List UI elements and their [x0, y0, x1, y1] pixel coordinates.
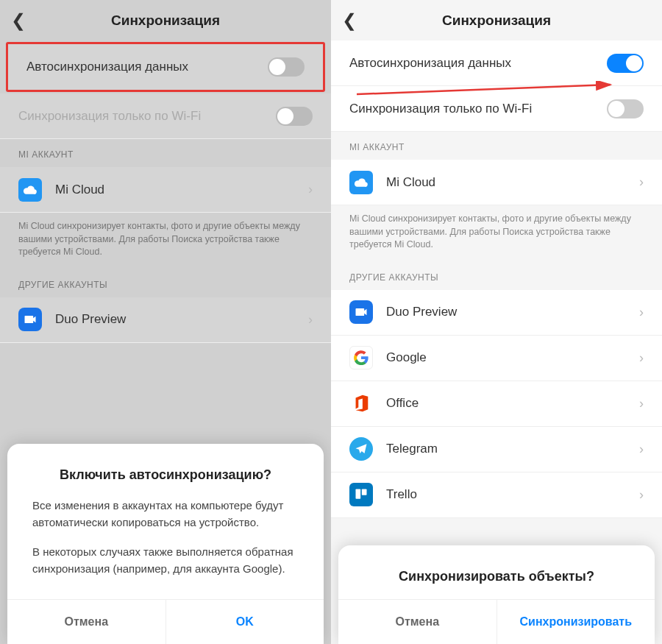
chevron-right-icon: › [639, 396, 644, 411]
setting-autosync-label: Автосинхронизация данных [26, 60, 268, 74]
account-micloud[interactable]: Mi Cloud › [0, 167, 331, 213]
chevron-right-icon: › [639, 442, 644, 457]
micloud-description: Mi Cloud синхронизирует контакты, фото и… [0, 213, 331, 269]
dialog-buttons: Отмена OK [7, 599, 324, 644]
phone-right: ❮ Синхронизация Автосинхронизация данных… [331, 0, 662, 644]
dialog-p1: Все изменения в аккаунтах на компьютере … [32, 498, 299, 531]
setting-wifi-only[interactable]: Синхронизация только по Wi-Fi [0, 93, 331, 139]
chevron-right-icon: › [308, 182, 313, 197]
setting-autosync-label: Автосинхронизация данных [349, 56, 607, 71]
dialog-buttons: Отмена Синхронизировать [338, 599, 655, 644]
page-title: Синхронизация [364, 13, 629, 29]
toggle-autosync-on[interactable] [607, 54, 644, 73]
back-icon[interactable]: ❮ [11, 10, 33, 31]
toggle-autosync-off[interactable] [268, 57, 305, 77]
svg-rect-1 [356, 489, 361, 499]
dialog-sync-objects: Синхронизировать объекты? Отмена Синхрон… [338, 545, 655, 644]
dialog-body: Все изменения в аккаунтах на компьютере … [7, 498, 324, 599]
header: ❮ Синхронизация [0, 0, 331, 40]
account-trello-label: Trello [386, 487, 639, 502]
chevron-right-icon: › [639, 487, 644, 503]
account-google[interactable]: Google › [331, 336, 662, 381]
dialog-title: Включить автосинхронизацию? [7, 444, 324, 498]
highlight-autosync: Автосинхронизация данных [6, 42, 325, 92]
section-mi-account: MI АККАУНТ [331, 132, 662, 160]
chevron-right-icon: › [639, 350, 644, 366]
section-other-accounts: ДРУГИЕ АККАУНТЫ [331, 262, 662, 290]
account-micloud-label: Mi Cloud [55, 183, 308, 197]
telegram-icon [349, 437, 373, 461]
svg-rect-2 [362, 489, 367, 495]
account-duo[interactable]: Duo Preview › [331, 290, 662, 336]
page-title: Синхронизация [33, 13, 298, 29]
setting-autosync[interactable]: Автосинхронизация данных [331, 40, 662, 86]
sync-button[interactable]: Синхронизировать [497, 600, 655, 644]
setting-wifi-label: Синхронизация только по Wi-Fi [349, 102, 607, 116]
cloud-icon [18, 178, 42, 202]
account-trello[interactable]: Trello › [331, 473, 662, 518]
cancel-button[interactable]: Отмена [7, 600, 166, 644]
cloud-icon [349, 171, 373, 194]
account-office-label: Office [386, 396, 639, 411]
dialog-autosync: Включить автосинхронизацию? Все изменени… [7, 444, 324, 644]
account-telegram-label: Telegram [386, 442, 639, 456]
setting-wifi-label: Синхронизация только по Wi-Fi [18, 109, 276, 124]
account-office[interactable]: Office › [331, 381, 662, 427]
duo-icon [349, 300, 373, 324]
dialog-title: Синхронизировать объекты? [338, 545, 655, 599]
chevron-right-icon: › [308, 312, 313, 328]
account-duo-label: Duo Preview [55, 312, 308, 327]
cancel-button[interactable]: Отмена [338, 600, 497, 644]
account-duo-label: Duo Preview [386, 305, 639, 319]
section-other-accounts: ДРУГИЕ АККАУНТЫ [0, 269, 331, 297]
account-telegram[interactable]: Telegram › [331, 427, 662, 473]
header: ❮ Синхронизация [331, 0, 662, 40]
duo-icon [18, 308, 42, 331]
toggle-wifi-off[interactable] [607, 99, 644, 118]
account-google-label: Google [386, 350, 639, 365]
toggle-wifi-off[interactable] [276, 107, 313, 126]
dialog-p2: В некоторых случаях также выполняется об… [32, 544, 299, 577]
micloud-description: Mi Cloud синхронизирует контакты, фото и… [331, 205, 662, 262]
setting-wifi-only[interactable]: Синхронизация только по Wi-Fi [331, 86, 662, 132]
back-icon[interactable]: ❮ [342, 10, 364, 31]
section-mi-account: MI АККАУНТ [0, 139, 331, 167]
office-icon [349, 392, 373, 415]
account-micloud[interactable]: Mi Cloud › [331, 160, 662, 205]
account-duo[interactable]: Duo Preview › [0, 297, 331, 343]
google-icon [349, 346, 373, 369]
trello-icon [349, 483, 373, 506]
account-micloud-label: Mi Cloud [386, 175, 639, 190]
setting-autosync[interactable]: Автосинхронизация данных [8, 44, 323, 90]
chevron-right-icon: › [639, 174, 644, 190]
phone-left: ❮ Синхронизация Автосинхронизация данных… [0, 0, 331, 644]
ok-button[interactable]: OK [166, 600, 324, 644]
chevron-right-icon: › [639, 305, 644, 320]
